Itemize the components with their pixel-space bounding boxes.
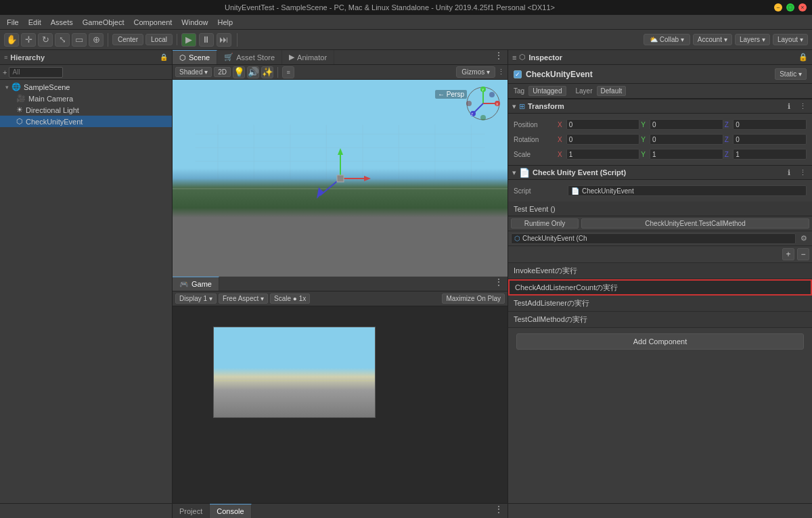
display-dropdown[interactable]: Display 1 ▾ [175,293,217,304]
action-check-listener-label: CheckAddListenerCountの実行 [515,283,618,293]
menu-help[interactable]: Help [213,17,237,28]
pos-z-input[interactable] [733,119,807,130]
gizmos-dropdown[interactable]: Gizmos ▾ [456,66,495,78]
collab-btn[interactable]: ⛅ Collab ▾ [644,34,690,45]
layers-btn[interactable]: Layers ▾ [735,34,770,45]
rot-y-label: Y [641,136,648,143]
play-btn[interactable]: ▶ [181,33,196,47]
hand-tool[interactable]: ✋ [4,33,19,47]
move-tool[interactable]: ✛ [21,33,36,47]
menu-file[interactable]: File [3,17,23,28]
rot-x-input[interactable] [566,134,640,145]
game-tab-icon: 🎮 [179,280,189,289]
script-info-icon[interactable]: ℹ [784,167,794,178]
tab-scene[interactable]: ⬡ Scene [173,50,217,64]
menu-gameobject[interactable]: GameObject [78,17,129,28]
tab-project[interactable]: Project [173,504,210,518]
layout-label: Layout [777,36,798,43]
scene-more-btn[interactable]: ⋮ [490,50,508,64]
scene-light-btn[interactable]: 💡 [233,66,245,78]
hierarchy-add-icon[interactable]: + [3,68,7,76]
hierarchy-search[interactable] [9,67,63,78]
pos-x-input[interactable] [566,119,640,130]
pause-btn[interactable]: ⏸ [199,33,214,47]
account-btn[interactable]: Account ▾ [693,34,732,45]
action-test-add-listener[interactable]: TestAddListenerの実行 [508,296,812,312]
hierarchy-collapse-icon[interactable]: ≡ [4,54,7,61]
combo-tool[interactable]: ⊕ [89,33,104,47]
action-test-call-method[interactable]: TestCallMethodの実行 [508,312,812,328]
gear-icon[interactable]: ⚙ [798,233,809,244]
gizmo-widget[interactable]: Y X Z [465,85,502,122]
object-active-checkbox[interactable]: ✓ [514,70,522,78]
hierarchy-toolbar: + [0,65,172,80]
game-more-btn[interactable]: ⋮ [490,277,508,291]
menu-assets[interactable]: Assets [47,17,77,28]
aspect-dropdown[interactable]: Free Aspect ▾ [219,293,268,304]
add-component-btn[interactable]: Add Component [516,333,804,350]
shading-dropdown[interactable]: Shaded ▾ [175,67,212,77]
menu-edit[interactable]: Edit [24,17,45,28]
pos-y-label: Y [641,121,648,128]
center-btn[interactable]: Center [112,34,143,45]
scene-tabs-bar: ⬡ Scene 🛒 Asset Store ▶ Animator ⋮ [173,50,508,65]
console-more-btn[interactable]: ⋮ [490,504,508,518]
rotation-label: Rotation [514,136,558,143]
minimize-btn[interactable]: − [774,3,782,11]
step-btn[interactable]: ⏭ [217,33,231,47]
scene-transform-gizmo [307,145,374,212]
transform-info-icon[interactable]: ℹ [784,101,794,112]
hierarchy-item-samplescene[interactable]: ▾ 🌐 SampleScene [0,81,172,93]
rot-y-input[interactable] [650,134,723,145]
2d-btn[interactable]: 2D [214,67,231,77]
rot-z-input[interactable] [733,134,807,145]
transform-more-icon[interactable]: ⋮ [797,101,808,112]
scene-gizmos-btn[interactable]: ≡ [282,66,294,78]
scene-more2-btn[interactable]: ⋮ [497,68,505,76]
scale-dropdown[interactable]: Scale ● 1x [270,293,310,304]
script-collapse-btn[interactable]: ▾ [512,168,516,177]
action-invoke-event[interactable]: InvokeEventの実行 [508,263,812,279]
rect-tool[interactable]: ▭ [72,33,87,47]
rotate-tool[interactable]: ↻ [38,33,53,47]
scale-tool[interactable]: ⤡ [55,33,70,47]
inspector-collapse-icon[interactable]: ≡ [512,53,516,62]
tag-dropdown[interactable]: Untagged [528,86,566,96]
add-event-btn[interactable]: + [782,248,794,260]
hierarchy-lock-icon[interactable]: 🔒 [160,53,168,61]
scene-fx-btn[interactable]: ✨ [261,66,273,78]
hierarchy-item-maincamera[interactable]: 🎥 Main Camera [0,93,172,104]
hierarchy-item-directionallight[interactable]: ☀ Directional Light [0,104,172,116]
scl-z-input[interactable] [733,149,807,160]
game-horizon [214,380,375,381]
svg-rect-17 [337,175,344,182]
remove-event-btn[interactable]: − [797,248,809,260]
layer-dropdown[interactable]: Default [597,86,627,96]
runtime-mode-dropdown[interactable]: Runtime Only [511,218,579,229]
scl-x-input[interactable] [566,149,640,160]
action-check-listener[interactable]: CheckAddListenerCountの実行 [508,279,812,296]
menu-component[interactable]: Component [129,17,176,28]
tab-animator[interactable]: ▶ Animator [282,50,334,64]
inspector-lock-btn[interactable]: 🔒 [798,53,808,62]
bottom-area: Project Console ⋮ Clear Collapse Clear o… [0,503,812,518]
menu-window[interactable]: Window [177,17,212,28]
scl-y-input[interactable] [650,149,723,160]
tab-asset-store[interactable]: 🛒 Asset Store [217,50,282,64]
tab-game[interactable]: 🎮 Game [173,277,219,291]
script-more-icon[interactable]: ⋮ [797,167,808,178]
object-name-field[interactable]: CheckUnityEvent [526,70,771,79]
scene-audio-btn[interactable]: 🔊 [247,66,259,78]
rotation-y-field: Y [641,134,723,145]
pos-y-input[interactable] [650,119,723,130]
close-btn[interactable]: × [798,3,807,11]
static-dropdown[interactable]: Static ▾ [775,68,807,80]
maximize-btn[interactable]: □ [786,3,794,11]
transform-collapse-btn[interactable]: ▾ [512,102,516,111]
method-dropdown[interactable]: CheckUnityEvent.TestCallMethod [581,218,809,229]
tab-console[interactable]: Console [210,504,251,518]
local-btn[interactable]: Local [145,34,173,45]
layout-btn[interactable]: Layout ▾ [773,34,808,45]
maximize-on-play-btn[interactable]: Maximize On Play [442,293,505,304]
hierarchy-item-checkunityevent[interactable]: ⬡ CheckUnityEvent [0,116,172,127]
